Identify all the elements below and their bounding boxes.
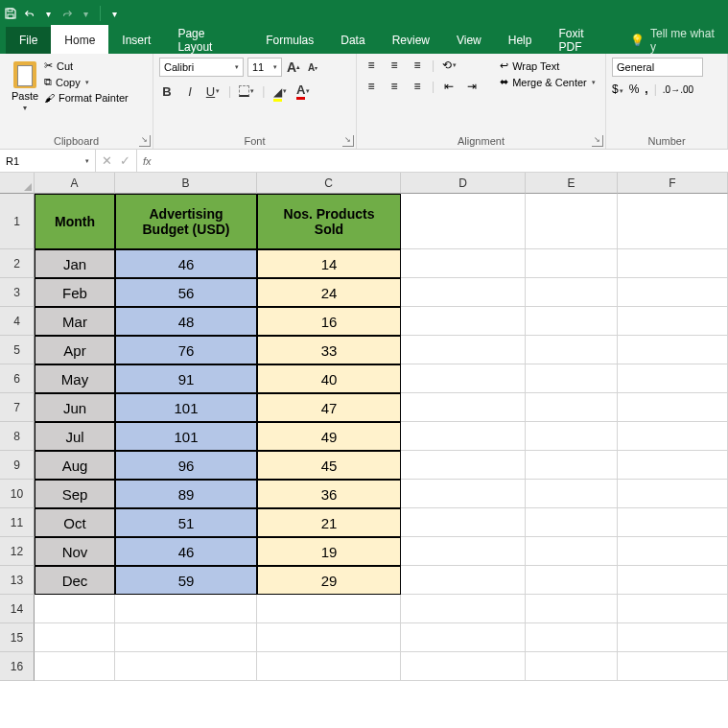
increase-indent-button[interactable]: ⇥ [463, 79, 481, 94]
cell-C5[interactable]: 33 [257, 336, 401, 364]
cell-C10[interactable]: 36 [257, 480, 401, 508]
tab-home[interactable]: Home [51, 27, 108, 54]
cell-C16[interactable] [257, 652, 401, 681]
cell-F6[interactable] [618, 364, 728, 393]
tab-insert[interactable]: Insert [108, 27, 164, 54]
clipboard-dialog-launcher[interactable]: ↘ [139, 135, 151, 147]
cell-B12[interactable]: 46 [115, 537, 257, 566]
cell-A8[interactable]: Jul [35, 422, 115, 451]
cell-B5[interactable]: 76 [115, 336, 257, 364]
cell-C6[interactable]: 40 [257, 364, 401, 393]
cell-C3[interactable]: 24 [257, 278, 401, 307]
cell-B13[interactable]: 59 [115, 566, 257, 595]
cell-C8[interactable]: 49 [257, 422, 401, 451]
row-header-15[interactable]: 15 [0, 623, 35, 652]
cell-B11[interactable]: 51 [115, 508, 257, 537]
fill-color-button[interactable]: ◢▾ [272, 82, 288, 100]
cell-A3[interactable]: Feb [35, 278, 115, 307]
cell-C4[interactable]: 16 [257, 307, 401, 336]
bold-button[interactable]: B [159, 82, 175, 100]
cell-F1[interactable] [618, 194, 728, 249]
underline-button[interactable]: U▾ [205, 82, 221, 100]
cell-B7[interactable]: 101 [115, 393, 257, 422]
row-header-8[interactable]: 8 [0, 422, 35, 451]
cell-A11[interactable]: Oct [35, 508, 115, 537]
orientation-button[interactable]: ⟲▾ [440, 58, 458, 73]
tab-formulas[interactable]: Formulas [252, 27, 327, 54]
border-button[interactable]: ▾ [239, 82, 254, 100]
cell-E2[interactable] [526, 249, 618, 278]
tell-me-search[interactable]: 💡 Tell me what y [621, 27, 728, 54]
cell-D15[interactable] [401, 623, 526, 652]
row-header-14[interactable]: 14 [0, 595, 35, 623]
number-format-select[interactable]: General [612, 58, 703, 77]
cell-D7[interactable] [401, 393, 526, 422]
cell-F4[interactable] [618, 307, 728, 336]
cell-A1[interactable]: Month [35, 194, 115, 249]
undo-icon[interactable] [23, 7, 36, 20]
cell-A15[interactable] [35, 623, 115, 652]
cell-F15[interactable] [618, 623, 728, 652]
row-header-1[interactable]: 1 [0, 194, 35, 249]
cell-D3[interactable] [401, 278, 526, 307]
tab-page-layout[interactable]: Page Layout [164, 27, 252, 54]
cell-E10[interactable] [526, 480, 618, 508]
cell-B9[interactable]: 96 [115, 451, 257, 480]
cut-button[interactable]: ✂Cut [44, 59, 129, 72]
fx-icon[interactable]: fx [137, 150, 157, 172]
tab-view[interactable]: View [443, 27, 495, 54]
cell-E6[interactable] [526, 364, 618, 393]
cell-D13[interactable] [401, 566, 526, 595]
cell-C2[interactable]: 14 [257, 249, 401, 278]
row-header-6[interactable]: 6 [0, 364, 35, 393]
cell-B2[interactable]: 46 [115, 249, 257, 278]
align-center-button[interactable]: ≡ [386, 79, 403, 94]
cell-D5[interactable] [401, 336, 526, 364]
align-left-button[interactable]: ≡ [363, 79, 380, 94]
cell-E9[interactable] [526, 451, 618, 480]
cell-C14[interactable] [257, 595, 401, 623]
cell-B6[interactable]: 91 [115, 364, 257, 393]
column-header-f[interactable]: F [618, 173, 728, 194]
decrease-font-button[interactable]: A▾ [305, 59, 320, 76]
cell-A10[interactable]: Sep [35, 480, 115, 508]
decrease-indent-button[interactable]: ⇤ [440, 79, 458, 94]
cell-D12[interactable] [401, 537, 526, 566]
cell-A7[interactable]: Jun [35, 393, 115, 422]
font-name-select[interactable]: Calibri▾ [159, 58, 244, 77]
align-top-button[interactable]: ≡ [363, 58, 380, 73]
cancel-formula-icon[interactable]: ✕ [102, 153, 112, 168]
copy-button[interactable]: ⧉Copy▾ [44, 76, 129, 88]
font-size-select[interactable]: 11▾ [247, 58, 282, 77]
redo-icon[interactable] [60, 7, 74, 20]
tab-data[interactable]: Data [327, 27, 378, 54]
cell-D4[interactable] [401, 307, 526, 336]
cell-F13[interactable] [618, 566, 728, 595]
wrap-text-button[interactable]: ↩Wrap Text [496, 58, 599, 74]
redo-dropdown-icon[interactable]: ▾ [80, 9, 92, 19]
row-header-12[interactable]: 12 [0, 537, 35, 566]
column-header-d[interactable]: D [401, 173, 526, 194]
cell-B15[interactable] [115, 623, 257, 652]
cell-B10[interactable]: 89 [115, 480, 257, 508]
row-header-3[interactable]: 3 [0, 278, 35, 307]
alignment-dialog-launcher[interactable]: ↘ [592, 135, 603, 147]
cell-C12[interactable]: 19 [257, 537, 401, 566]
cell-A9[interactable]: Aug [35, 451, 115, 480]
increase-decimal-button[interactable]: .0→.00 [663, 84, 693, 95]
row-header-13[interactable]: 13 [0, 566, 35, 595]
cell-E4[interactable] [526, 307, 618, 336]
cell-B3[interactable]: 56 [115, 278, 257, 307]
cell-E16[interactable] [526, 652, 618, 681]
cell-F10[interactable] [618, 480, 728, 508]
row-header-2[interactable]: 2 [0, 249, 35, 278]
cell-F5[interactable] [618, 336, 728, 364]
comma-format-button[interactable]: , [645, 82, 647, 96]
cell-E11[interactable] [526, 508, 618, 537]
cell-C15[interactable] [257, 623, 401, 652]
cell-C9[interactable]: 45 [257, 451, 401, 480]
cell-D8[interactable] [401, 422, 526, 451]
percent-format-button[interactable]: % [629, 82, 640, 96]
merge-center-button[interactable]: ⬌Merge & Center▾ [496, 74, 599, 90]
cell-D1[interactable] [401, 194, 526, 249]
